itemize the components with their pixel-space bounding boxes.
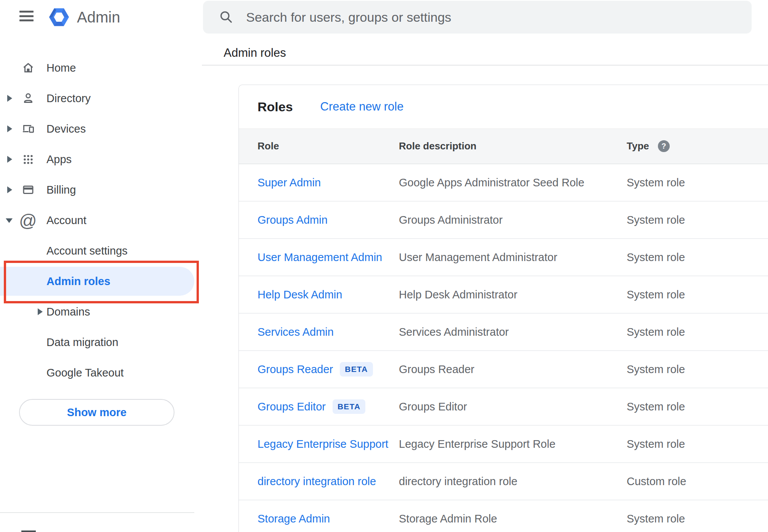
sidebar-item-admin-roles[interactable]: Admin roles: [0, 266, 202, 296]
sidebar-item-label: Apps: [46, 153, 72, 166]
role-description: Groups Reader: [399, 363, 627, 376]
role-link[interactable]: directory integration role: [258, 475, 376, 488]
expand-arrow-icon[interactable]: [7, 125, 12, 132]
role-link[interactable]: Groups Reader: [258, 363, 333, 376]
expand-arrow-icon[interactable]: [7, 186, 12, 193]
sidebar-item-label: Directory: [46, 92, 91, 105]
role-link[interactable]: Services Admin: [258, 326, 334, 338]
sidebar-item-label: Data migration: [46, 336, 118, 349]
sidebar-item-devices[interactable]: Devices: [0, 114, 202, 144]
admin-logo-icon: [48, 6, 70, 29]
main-content: Admin roles Roles Create new role Role R…: [202, 0, 768, 532]
column-header-description: Role description: [399, 140, 627, 152]
role-description: Services Administrator: [399, 326, 627, 338]
cutoff-bottom-icon: [21, 530, 36, 532]
role-type: System role: [627, 401, 768, 413]
roles-table-header: Role Role description Type ?: [239, 128, 768, 164]
search-input[interactable]: [246, 6, 752, 29]
role-type: System role: [627, 363, 768, 376]
apps-icon: [21, 152, 35, 166]
expand-arrow-icon[interactable]: [7, 156, 12, 163]
table-row: Groups Reader BETA Groups Reader System …: [239, 351, 768, 388]
home-icon: [21, 61, 35, 75]
search-icon: [219, 10, 234, 25]
table-row: Legacy Enterprise Support Legacy Enterpr…: [239, 426, 768, 463]
expand-arrow-icon[interactable]: [38, 308, 43, 315]
role-type: System role: [627, 513, 768, 525]
sidebar-menu: Home Directory Devices: [0, 53, 202, 388]
sidebar-item-label: Account settings: [46, 245, 128, 257]
sidebar-item-directory[interactable]: Directory: [0, 83, 202, 114]
role-link[interactable]: User Management Admin: [258, 251, 382, 264]
role-type: System role: [627, 176, 768, 189]
role-link[interactable]: Super Admin: [258, 176, 321, 189]
sidebar-item-account[interactable]: @ Account: [0, 205, 202, 236]
role-type: System role: [627, 438, 768, 450]
sidebar-item-home[interactable]: Home: [0, 53, 202, 83]
beta-badge: BETA: [333, 399, 365, 414]
billing-icon: [21, 183, 35, 197]
role-description: User Management Administrator: [399, 251, 627, 264]
header-divider: [202, 65, 768, 66]
sidebar-item-account-settings[interactable]: Account settings: [0, 236, 202, 266]
role-type: System role: [627, 251, 768, 264]
role-link[interactable]: Help Desk Admin: [258, 288, 342, 301]
role-description: Storage Admin Role: [399, 513, 627, 525]
role-link[interactable]: Groups Admin: [258, 214, 328, 226]
sidebar-divider: [0, 512, 194, 513]
table-row: Groups Admin Groups Administrator System…: [239, 202, 768, 239]
table-row: Storage Admin Storage Admin Role System …: [239, 500, 768, 532]
sidebar-item-billing[interactable]: Billing: [0, 175, 202, 205]
role-type: System role: [627, 214, 768, 226]
sidebar-item-label: Billing: [46, 184, 76, 196]
sidebar-item-label: Domains: [46, 306, 90, 318]
role-description: Groups Administrator: [399, 214, 627, 226]
show-more-button[interactable]: Show more: [19, 399, 174, 426]
sidebar-item-label: Google Takeout: [46, 367, 124, 379]
search-bar[interactable]: [203, 1, 752, 34]
help-icon[interactable]: ?: [658, 140, 670, 152]
role-description: Legacy Enterprise Support Role: [399, 438, 627, 450]
collapse-arrow-icon[interactable]: [6, 218, 13, 223]
devices-icon: [21, 122, 35, 136]
column-header-type: Type: [627, 140, 649, 152]
table-row: directory integration role directory int…: [239, 463, 768, 500]
sidebar-item-label: Account: [46, 214, 86, 227]
sidebar-item-label: Admin roles: [46, 275, 110, 288]
role-description: Groups Editor: [399, 401, 627, 413]
role-link[interactable]: Groups Editor: [258, 401, 326, 413]
role-type: Custom role: [627, 475, 768, 488]
table-row: Groups Editor BETA Groups Editor System …: [239, 388, 768, 426]
expand-arrow-icon[interactable]: [7, 95, 12, 102]
column-header-role: Role: [258, 140, 399, 152]
sidebar: Admin Home Directory D: [0, 0, 202, 532]
sidebar-item-google-takeout[interactable]: Google Takeout: [0, 357, 202, 388]
role-description: Google Apps Administrator Seed Role: [399, 176, 627, 189]
table-row: Help Desk Admin Help Desk Administrator …: [239, 276, 768, 314]
sidebar-item-domains[interactable]: Domains: [0, 296, 202, 327]
create-new-role-link[interactable]: Create new role: [320, 100, 404, 114]
role-type: System role: [627, 288, 768, 301]
table-row: User Management Admin User Management Ad…: [239, 239, 768, 276]
sidebar-item-apps[interactable]: Apps: [0, 144, 202, 175]
card-title: Roles: [258, 99, 293, 114]
sidebar-item-label: Home: [46, 62, 76, 74]
roles-card: Roles Create new role Role Role descript…: [238, 85, 768, 532]
role-link[interactable]: Storage Admin: [258, 513, 330, 525]
beta-badge: BETA: [340, 362, 373, 377]
role-link[interactable]: Legacy Enterprise Support: [258, 438, 388, 450]
role-type: System role: [627, 326, 768, 338]
brand-title: Admin: [77, 9, 120, 26]
role-description: directory integration role: [399, 475, 627, 488]
table-row: Services Admin Services Administrator Sy…: [239, 314, 768, 351]
breadcrumb: Admin roles: [224, 46, 286, 60]
role-description: Help Desk Administrator: [399, 288, 627, 301]
sidebar-item-label: Devices: [46, 123, 86, 135]
account-icon: @: [19, 210, 37, 231]
sidebar-item-data-migration[interactable]: Data migration: [0, 327, 202, 357]
hamburger-menu-icon[interactable]: [19, 11, 34, 21]
roles-card-header: Roles Create new role: [239, 85, 768, 128]
table-row: Super Admin Google Apps Administrator Se…: [239, 164, 768, 202]
directory-icon: [21, 91, 35, 105]
